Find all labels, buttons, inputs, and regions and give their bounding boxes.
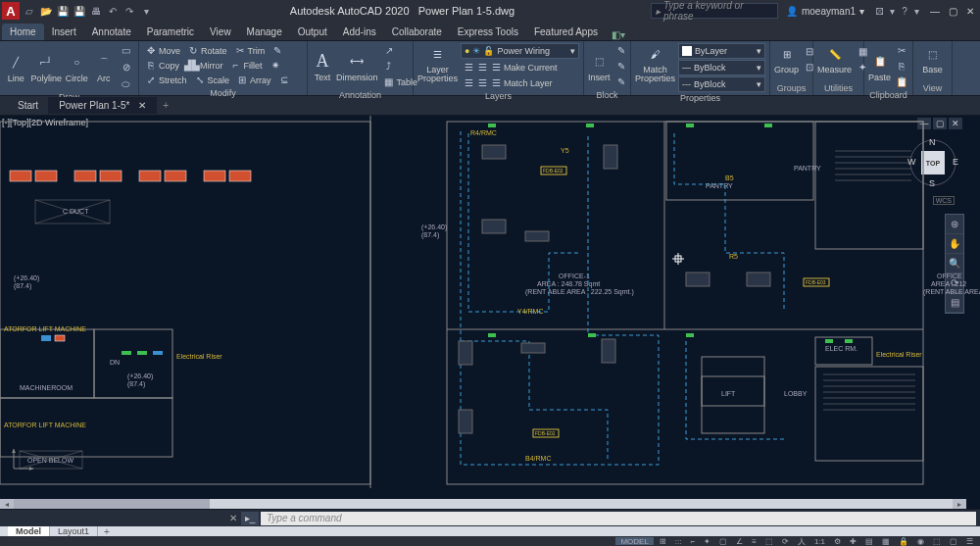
otrack-icon[interactable]: ∠: [733, 537, 746, 545]
array-button[interactable]: ⊞Array: [234, 73, 273, 87]
scale-display[interactable]: 1:1: [811, 537, 828, 545]
base-button[interactable]: ⬚Base: [917, 43, 948, 74]
user-menu[interactable]: 👤 moeayman1 ▾: [786, 6, 864, 17]
panel-label[interactable]: Utilities: [817, 82, 859, 93]
create-icon[interactable]: ✎: [613, 43, 629, 58]
group-button[interactable]: ⊞Group: [774, 43, 799, 74]
panel-label[interactable]: Properties: [635, 92, 765, 103]
measure-button[interactable]: 📏Measure: [817, 43, 852, 74]
explode-icon[interactable]: ✷: [268, 58, 283, 73]
ortho-icon[interactable]: ⌐: [688, 537, 699, 545]
ribbon-expand-icon[interactable]: ◧▾: [612, 29, 625, 40]
tab-layout1[interactable]: Layout1: [50, 526, 98, 536]
hatch-icon[interactable]: ⊘: [119, 60, 134, 74]
rect-icon[interactable]: ▭: [119, 43, 134, 58]
ellipse-icon[interactable]: ⬭: [119, 76, 134, 91]
cmd-prompt-icon[interactable]: ▸_: [241, 512, 259, 525]
tab-start[interactable]: Start: [8, 97, 49, 114]
scroll-thumb[interactable]: [14, 499, 210, 509]
linetype-dropdown[interactable]: ---ByBlock▾: [678, 76, 765, 92]
move-button[interactable]: ✥Move: [143, 43, 182, 58]
plot-icon[interactable]: 🖶: [88, 3, 104, 19]
edit-icon[interactable]: ✎: [613, 59, 629, 74]
tab-addins[interactable]: Add-ins: [335, 24, 384, 40]
stretch-button[interactable]: ⤢Stretch: [143, 73, 189, 87]
tab-model[interactable]: Model: [8, 526, 50, 536]
redo-icon[interactable]: ↷: [122, 3, 137, 19]
panel-label[interactable]: View: [917, 82, 948, 93]
tab-manage[interactable]: Manage: [239, 24, 290, 40]
polar-icon[interactable]: ✦: [701, 537, 713, 545]
text-button[interactable]: AText: [312, 51, 333, 82]
tab-express[interactable]: Express Tools: [450, 24, 526, 40]
paste-button[interactable]: 📋Paste: [868, 51, 891, 82]
color-dropdown[interactable]: ByLayer▾: [678, 43, 765, 59]
customize-icon[interactable]: ☰: [963, 537, 976, 545]
dimension-button[interactable]: ⟷Dimension: [336, 51, 378, 82]
rotate-button[interactable]: ↻Rotate: [185, 43, 229, 58]
scale-button[interactable]: ⤡Scale: [192, 73, 232, 87]
chevron-down-icon[interactable]: ▾: [914, 6, 919, 17]
trim-button[interactable]: ✂Trim: [232, 43, 268, 58]
chevron-down-icon[interactable]: ▾: [890, 6, 895, 17]
insert-button[interactable]: ⬚Insert: [588, 51, 611, 82]
tab-insert[interactable]: Insert: [44, 24, 84, 40]
tab-home[interactable]: Home: [2, 24, 44, 40]
layer-dropdown[interactable]: ● ☀ 🔓 Power Wiring ▾: [461, 43, 579, 59]
new-tab-button[interactable]: +: [157, 100, 174, 111]
line-button[interactable]: ╱Line: [4, 52, 27, 83]
copyclip-icon[interactable]: ⎘: [894, 59, 909, 74]
fillet-button[interactable]: ⌐Fillet: [228, 58, 265, 73]
help-search[interactable]: ▸ Type a keyword or phrase: [651, 3, 778, 19]
scroll-track[interactable]: [14, 499, 953, 509]
open-icon[interactable]: 📂: [38, 3, 54, 19]
add-layout-button[interactable]: +: [98, 526, 116, 537]
workspace-icon[interactable]: ⚙: [831, 537, 844, 545]
help-icon[interactable]: ?: [897, 6, 912, 17]
maximize-button[interactable]: ▢: [945, 4, 960, 18]
units-icon[interactable]: ▤: [862, 537, 876, 545]
cycle-icon[interactable]: ⟳: [779, 537, 792, 545]
polyline-button[interactable]: ⌐┘Polyline: [30, 52, 62, 83]
circle-button[interactable]: ○Circle: [65, 52, 88, 83]
qat-more-icon[interactable]: ▾: [138, 3, 154, 19]
new-icon[interactable]: ▱: [22, 3, 37, 19]
lineweight-icon[interactable]: ≡: [749, 537, 760, 545]
saveas-icon[interactable]: 💾: [72, 3, 87, 19]
cmd-close-icon[interactable]: ✕: [225, 513, 241, 523]
close-button[interactable]: ✕: [962, 4, 978, 18]
tab-view[interactable]: View: [202, 24, 239, 40]
quickprops-icon[interactable]: ▦: [879, 537, 893, 545]
tab-file[interactable]: Power Plan 1-5* ✕: [49, 97, 157, 114]
undo-icon[interactable]: ↶: [105, 3, 121, 19]
mirror-button[interactable]: ▟▙Mirror: [184, 58, 225, 73]
command-input[interactable]: Type a command: [261, 512, 976, 525]
make-current-button[interactable]: ☰☰☰Make Current: [461, 60, 579, 74]
panel-label[interactable]: Layers: [417, 90, 579, 101]
horizontal-scrollbar[interactable]: ◂ ▸: [0, 499, 966, 509]
layer-properties-button[interactable]: ☰Layer Properties: [417, 43, 458, 83]
annoscale-icon[interactable]: 人: [795, 537, 808, 545]
tab-parametric[interactable]: Parametric: [139, 24, 202, 40]
scroll-right-icon[interactable]: ▸: [953, 499, 966, 509]
status-model[interactable]: MODEL: [615, 537, 653, 545]
lock-ui-icon[interactable]: 🔒: [896, 537, 911, 545]
panel-label[interactable]: Block: [588, 89, 626, 100]
transparency-icon[interactable]: ⬚: [762, 537, 776, 545]
save-icon[interactable]: 💾: [55, 3, 71, 19]
match-props-button[interactable]: 🖌Match Properties: [635, 43, 675, 83]
drawing-canvas[interactable]: [-][Top][2D Wireframe] — ▢ ✕ TOP N S E W…: [0, 116, 980, 509]
arc-button[interactable]: ⌒Arc: [92, 52, 116, 83]
scroll-left-icon[interactable]: ◂: [0, 499, 14, 509]
tab-output[interactable]: Output: [290, 24, 335, 40]
tab-featured[interactable]: Featured Apps: [526, 24, 606, 40]
erase-icon[interactable]: ✎: [270, 43, 285, 58]
panel-label[interactable]: Modify: [143, 87, 303, 98]
close-icon[interactable]: ✕: [138, 100, 146, 111]
panel-label[interactable]: Annotation: [312, 89, 409, 100]
clean-icon[interactable]: ▢: [947, 537, 960, 545]
snap-icon[interactable]: :::: [672, 537, 685, 545]
match-layer-button[interactable]: ☰☰☰Match Layer: [461, 75, 579, 90]
tab-annotate[interactable]: Annotate: [84, 24, 139, 40]
lineweight-dropdown[interactable]: —ByBlock▾: [678, 60, 765, 75]
